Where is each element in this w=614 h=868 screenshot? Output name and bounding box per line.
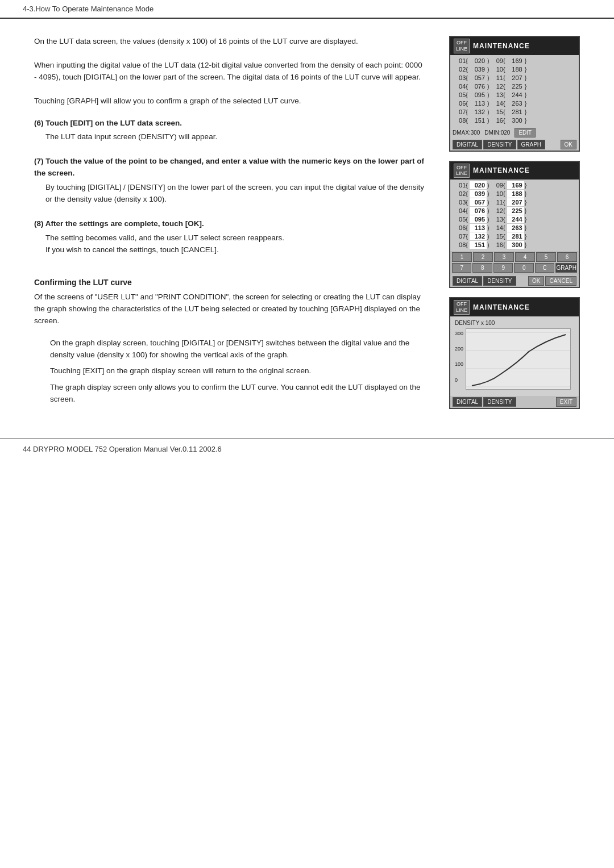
row-col1: 01{ [453,57,470,65]
row-arrow2: } [524,241,528,248]
screen2-cancel-btn[interactable]: CANCEL [545,276,576,286]
numpad-c[interactable]: C [535,263,554,273]
maintenance-screen-2: OFFLINE MAINTENANCE 01{ 020 ) 09{ 169 } … [449,161,580,289]
screen3-bottom-btns: DIGITAL DENSITY EXIT [450,396,579,408]
screen1-graph-btn[interactable]: GRAPH [517,140,546,149]
row-col5: 207 [507,74,524,82]
row-col2: 057 [470,198,487,206]
row-col1: 05{ [453,91,470,99]
row-col1: 08{ [453,241,470,249]
row-arrow2: } [524,57,528,64]
row-col2: 039 [470,190,487,198]
text-column: On the LUT data screen, the values (dens… [34,36,432,410]
maintenance-screen-1: OFFLINE MAINTENANCE 01{ 020 ) 09{ 169 } … [449,36,580,152]
screen1-digital-btn[interactable]: DIGITAL [453,140,482,149]
row-col2: 020 [470,57,487,65]
screen1-dmin: DMIN:020 [484,130,510,136]
row-col4: 16{ [490,241,507,249]
row-col2: 095 [470,215,487,223]
row-col5: 169 [507,181,524,189]
numpad-6[interactable]: 6 [557,252,577,262]
screen2-table: 01{ 020 ) 09{ 169 } 02{ 039 ) 10{ 188 } … [450,180,579,251]
table-row: 02{ 039 ) 10{ 188 } [453,190,576,198]
row-col4: 09{ [490,57,507,65]
screen1-footer: DMAX:300 DMIN:020 EDIT [450,127,579,139]
screen3-density-btn[interactable]: DENSITY [483,397,516,407]
graph-area: DENSITY x 100 300 200 100 0 [450,316,579,396]
screen3-digital-btn[interactable]: DIGITAL [453,397,482,407]
numpad-7[interactable]: 7 [452,263,471,273]
row-col1: 03{ [453,74,470,82]
screen2-ok-btn[interactable]: OK [528,276,544,286]
table-row: 03{ 057 ) 11{ 207 } [453,74,576,82]
numpad-0[interactable]: 0 [514,263,533,273]
screen1-edit-btn[interactable]: EDIT [515,128,536,137]
item7-heading: (7) Touch the value of the point to be c… [34,156,426,180]
row-col4: 09{ [490,181,507,189]
table-row: 07{ 132 ) 15{ 281 } [453,108,576,116]
row-col5: 300 [507,116,524,124]
screen2-density-btn[interactable]: DENSITY [483,276,516,286]
footer-bar: 44 DRYPRO MODEL 752 Operation Manual Ver… [0,439,614,459]
footer-text: 44 DRYPRO MODEL 752 Operation Manual Ver… [23,445,222,453]
screen2-bottom-btns: DIGITAL DENSITY OK CANCEL [450,275,579,287]
item-7: (7) Touch the value of the point to be c… [34,156,426,206]
header-bar: 4-3.How To Operate Maintenance Mode [0,0,614,19]
y-label-300: 300 [455,331,463,336]
row-col4: 13{ [490,91,507,99]
row-col5: 244 [507,91,524,99]
screen2-title: MAINTENANCE [473,166,530,174]
screen2-digital-btn[interactable]: DIGITAL [453,276,482,286]
row-col2: 132 [470,108,487,116]
numpad-3[interactable]: 3 [494,252,514,262]
row-col5: 263 [507,224,524,232]
row-col1: 07{ [453,232,470,240]
row-col1: 02{ [453,65,470,73]
item8-desc2: If you wish to cancel the settings, touc… [45,244,426,256]
numpad-1[interactable]: 1 [452,252,472,262]
screen3-exit-btn[interactable]: EXIT [556,397,576,407]
row-col5: 281 [507,232,524,240]
intro-text: On the LUT data screen, the values (dens… [34,37,358,45]
numpad-9[interactable]: 9 [493,263,513,273]
numpad-graph[interactable]: GRAPH [555,263,577,273]
row-col5: 263 [507,99,524,107]
screen2-title-bar: OFFLINE MAINTENANCE [450,162,579,180]
numpad-4[interactable]: 4 [515,252,535,262]
numpad-row-1: 1 2 3 4 5 6 [452,252,577,262]
screen1-bottom-btns: DIGITAL DENSITY GRAPH OK [450,139,579,151]
screen1-density-btn[interactable]: DENSITY [483,140,516,149]
row-col2: 151 [470,241,487,249]
row-col4: 11{ [490,198,507,206]
row-col5: 281 [507,108,524,116]
item8-desc1: The setting becomes valid, and the user … [45,232,426,244]
screen1-dmax: DMAX:300 [453,130,480,136]
table-row: 06{ 113 ) 14{ 263 } [453,224,576,232]
y-label-0: 0 [455,377,463,383]
row-col1: 06{ [453,224,470,232]
para3-text: Touching [GRAPH] will allow you to confi… [34,97,301,105]
row-col2: 113 [470,224,487,232]
header-text: 4-3.How To Operate Maintenance Mode [23,5,154,13]
screen1-ok-btn[interactable]: OK [561,140,576,149]
numpad-8[interactable]: 8 [472,263,492,273]
table-row: 08{ 151 ) 16{ 300 } [453,241,576,249]
row-arrow2: } [524,190,528,197]
row-arrow2: } [524,117,528,124]
numpad-area: 1 2 3 4 5 6 7 8 9 0 C GRAPH [450,251,579,275]
row-col2: 151 [470,116,487,124]
numpad-5[interactable]: 5 [536,252,556,262]
y-label-200: 200 [455,346,463,352]
row-col1: 03{ [453,198,470,206]
row-col1: 02{ [453,190,470,198]
item-6: (6) Touch [EDIT] on the LUT data screen.… [34,118,426,144]
row-arrow2: } [524,83,528,90]
table-row: 02{ 039 ) 10{ 188 } [453,65,576,73]
numpad-2[interactable]: 2 [473,252,493,262]
row-col5: 169 [507,57,524,65]
item6-desc: The LUT data input screen (DENSITY) will… [45,131,426,143]
screen2-offline-label: OFFLINE [454,164,470,178]
row-col5: 244 [507,215,524,223]
row-col1: 08{ [453,116,470,124]
row-col2: 113 [470,99,487,107]
